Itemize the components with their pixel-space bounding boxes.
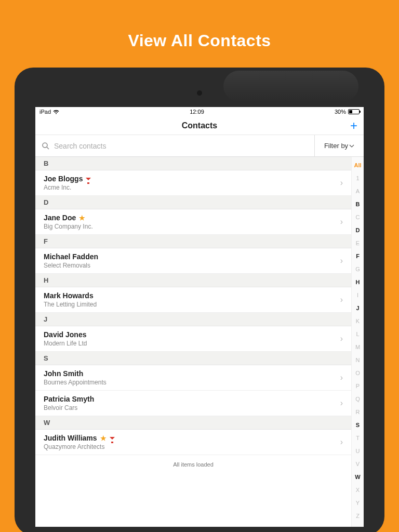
contact-row[interactable]: Patricia SmythBelvoir Cars› [35,391,351,416]
section-header: F [35,235,351,248]
contact-company: The Letting Limited [44,301,340,308]
chevron-right-icon: › [340,373,343,382]
index-item[interactable]: S [352,419,364,432]
index-item[interactable]: 1 [352,172,364,185]
screen: iPad 12:09 30% Contacts + Filter by BJoe [35,107,364,527]
contact-company: Big Company Inc. [44,223,340,230]
index-item[interactable]: D [352,224,364,237]
funnel-icon [86,178,91,180]
contact-company: Bournes Appointments [44,379,340,386]
index-item[interactable]: Q [352,393,364,406]
contact-name: Judith Williams★ [44,434,340,442]
index-item[interactable]: N [352,354,364,367]
contact-row[interactable]: David JonesModern Life Ltd› [35,326,351,352]
nav-title: Contacts [182,121,217,130]
index-item[interactable]: F [352,250,364,263]
contact-row[interactable]: Judith Williams★Quazymore Architects› [35,430,351,455]
index-item[interactable]: R [352,406,364,419]
section-header: D [35,196,351,209]
chevron-right-icon: › [340,295,343,304]
chevron-right-icon: › [340,256,343,265]
index-item[interactable]: Y [352,497,364,510]
contact-company: Acme Inc. [44,184,340,191]
contact-company: Quazymore Architects [44,443,340,450]
battery-percent: 30% [335,109,346,115]
contact-company: Select Removals [44,262,340,269]
index-item[interactable]: A [352,185,364,198]
tablet-highlight [223,71,358,102]
index-item[interactable]: W [352,471,364,484]
device-label: iPad [39,109,51,115]
contact-name: Michael Fadden [44,252,340,261]
index-item[interactable]: C [352,211,364,224]
contact-name: Joe Bloggs [44,175,340,183]
index-item[interactable]: X [352,484,364,497]
tablet-camera-icon [197,90,202,96]
alpha-index-bar[interactable]: All1ABCDEFGHIJKLMNOPQRSTUVWXYZ [351,157,364,527]
index-item[interactable]: B [352,198,364,211]
index-item[interactable]: U [352,445,364,458]
index-item[interactable]: J [352,302,364,315]
chevron-right-icon: › [340,334,343,343]
contact-row[interactable]: Jane Doe★Big Company Inc.› [35,209,351,235]
index-item[interactable]: K [352,315,364,328]
search-icon [42,142,50,150]
loaded-message: All items loaded [35,455,351,474]
battery-icon [348,109,360,114]
chevron-down-icon [349,143,354,149]
contact-company: Modern Life Ltd [44,340,340,347]
contact-row[interactable]: John SmithBournes Appointments› [35,365,351,391]
index-item[interactable]: P [352,380,364,393]
wifi-icon [53,110,59,114]
index-item[interactable]: Z [352,510,364,523]
nav-bar: Contacts + [35,116,364,135]
contact-company: Belvoir Cars [44,404,340,411]
toolbar: Filter by [35,135,364,157]
index-item[interactable]: V [352,458,364,471]
section-header: H [35,274,351,287]
filter-label: Filter by [324,142,348,150]
index-item[interactable]: T [352,432,364,445]
search-wrap[interactable] [35,135,315,156]
section-header: W [35,416,351,430]
chevron-right-icon: › [340,437,343,447]
index-item[interactable]: E [352,237,364,250]
svg-point-0 [43,143,47,148]
contact-name: Mark Howards [44,291,340,300]
index-item[interactable]: M [352,341,364,354]
index-item[interactable]: H [352,276,364,289]
contact-name: John Smith [44,369,340,378]
filter-by-button[interactable]: Filter by [315,135,364,156]
funnel-icon [110,437,115,440]
contact-row[interactable]: Michael FaddenSelect Removals› [35,248,351,274]
contact-name: Patricia Smyth [44,395,340,403]
contact-row[interactable]: Joe BloggsAcme Inc.› [35,170,351,196]
index-item[interactable]: O [352,367,364,380]
index-item[interactable]: L [352,328,364,341]
chevron-right-icon: › [340,398,343,408]
contact-row[interactable]: Mark HowardsThe Letting Limited› [35,287,351,313]
add-contact-button[interactable]: + [350,119,357,132]
contact-name: Jane Doe★ [44,214,340,222]
chevron-right-icon: › [340,217,343,227]
section-header: J [35,313,351,326]
star-icon: ★ [100,434,107,442]
star-icon: ★ [79,214,85,222]
contacts-list[interactable]: BJoe BloggsAcme Inc.›DJane Doe★Big Compa… [35,157,351,527]
chevron-right-icon: › [340,178,343,188]
svg-line-1 [47,147,49,149]
search-input[interactable] [54,142,308,150]
section-header: B [35,157,351,170]
page-title: View All Contacts [0,0,399,50]
tablet-frame: iPad 12:09 30% Contacts + Filter by BJoe [15,68,384,532]
status-time: 12:09 [190,109,204,115]
contact-name: David Jones [44,330,340,339]
section-header: S [35,352,351,365]
index-item[interactable]: I [352,289,364,302]
index-item[interactable]: G [352,263,364,276]
index-item[interactable]: All [352,159,364,172]
status-bar: iPad 12:09 30% [35,107,364,116]
